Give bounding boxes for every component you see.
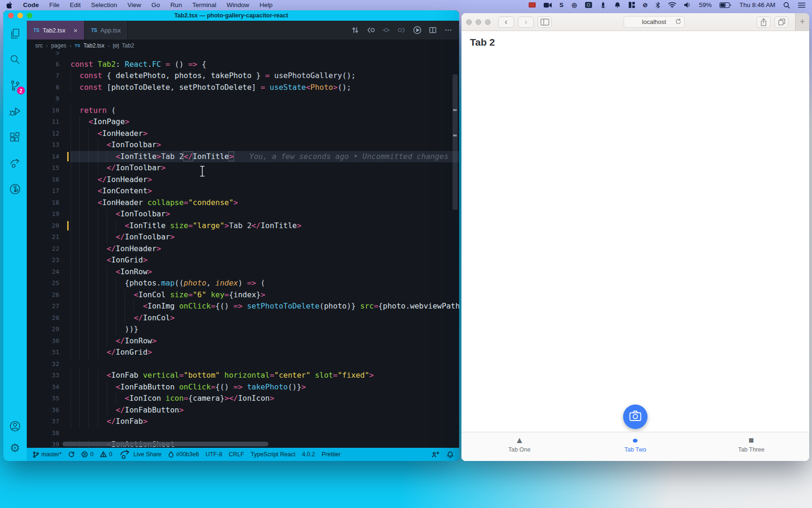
tab-tab-one[interactable]: ▲Tab One [461,432,578,461]
code-line-10[interactable]: 10return ( [27,105,459,117]
code-line-11[interactable]: 11<IonPage> [27,116,459,128]
share-button[interactable] [757,16,771,28]
close-tab-icon[interactable]: × [73,26,78,34]
code-line-15[interactable]: 15</IonToolbar> [27,162,459,174]
split-editor-icon[interactable] [429,26,437,34]
new-tab-button[interactable]: + [795,13,809,31]
breadcrumb-pages[interactable]: pages [51,42,67,49]
code-line-23[interactable]: 23<IonGrid> [27,254,459,266]
activity-account-icon[interactable] [8,420,22,433]
run-icon[interactable] [413,26,422,34]
back-button[interactable]: ‹ [498,16,514,28]
statusbar-paint[interactable]: #00b3e6 [168,451,199,458]
list-menu-icon[interactable] [798,1,805,9]
open-change-icon[interactable] [382,26,390,34]
code-line-29[interactable]: 29))} [27,324,459,335]
camera-fab-button[interactable] [623,405,648,429]
code-editor[interactable]: 56const Tab2: React.FC = () => {7const {… [27,52,459,448]
code-line-25[interactable]: 25{photos.map((photo, index) => ( [27,278,459,289]
apple-menu[interactable] [7,1,13,9]
code-line-24[interactable]: 24<IonRow> [27,266,459,278]
menu-window[interactable]: Window [226,1,249,8]
bluetooth-icon[interactable] [656,1,660,9]
sidebar-button[interactable] [538,16,552,28]
more-actions-icon[interactable] [444,26,453,34]
statusbar-typescript-react[interactable]: TypeScript React [251,451,296,458]
code-line-30[interactable]: 30</IonRow> [27,335,459,347]
statusbar-bell[interactable] [447,451,453,458]
menu-help[interactable]: Help [259,1,273,8]
statusbar-prettier[interactable]: Prettier [322,451,341,458]
tab-apptsx[interactable]: TS App.tsx [85,21,128,40]
vscode-titlebar[interactable]: Tab2.tsx — photo-gallery-capacitor-react [3,10,459,21]
menu-selection[interactable]: Selection [91,1,117,8]
zoom-window-button[interactable] [485,19,491,25]
at-circle-icon[interactable]: ◎ [571,1,577,9]
code-line-13[interactable]: 13<IonToolbar> [27,139,459,151]
code-line-31[interactable]: 31</IonGrid> [27,347,459,358]
code-line-22[interactable]: 22</IonHeader> [27,243,459,255]
code-line-38[interactable]: 38 [27,428,459,439]
code-line-8[interactable]: 8const [photoToDelete, setPhotoToDelete]… [27,82,459,94]
statusbar-crlf[interactable]: CRLF [229,451,244,458]
statusbar-error[interactable]: 0 [81,451,94,458]
code-line-7[interactable]: 7const { deletePhoto, photos, takePhoto … [27,70,459,82]
statusbar-branch[interactable]: master* [32,451,62,458]
statusbar-4-0-2[interactable]: 4.0.2 [302,451,315,458]
compare-changes-icon[interactable] [351,26,359,34]
container-icon[interactable] [585,1,592,9]
menu-go[interactable]: Go [151,1,160,8]
code-line-37[interactable]: 37</IonFab> [27,416,459,428]
activity-gitlens-icon[interactable] [8,183,22,196]
safari-toolbar[interactable]: ‹ › localhost + [461,13,809,31]
horizontal-scrollbar[interactable] [62,442,268,446]
code-line-12[interactable]: 12<IonHeader> [27,128,459,140]
statusbar-sync[interactable] [68,451,75,458]
menu-edit[interactable]: Edit [70,1,81,8]
code-line-5[interactable]: 5 [27,52,459,59]
breadcrumb-symbol[interactable]: Tab2 [122,42,134,49]
tabs-overview-button[interactable] [774,16,789,28]
menu-view[interactable]: View [127,1,141,8]
do-not-disturb-icon[interactable]: ⊘ [643,1,648,9]
code-line-16[interactable]: 16</IonHeader> [27,174,459,186]
code-line-6[interactable]: 6const Tab2: React.FC = () => { [27,59,459,71]
next-change-icon[interactable] [398,26,406,34]
code-line-14[interactable]: 14<IonTitle>Tab 2</IonTitle>You, a few s… [27,151,459,163]
menu-terminal[interactable]: Terminal [192,1,216,8]
menu-run[interactable]: Run [170,1,182,8]
statusbar-live-share[interactable]: Live Share [119,448,162,460]
previous-change-icon[interactable] [367,26,375,34]
forward-button[interactable]: › [518,16,534,28]
minimize-window-button[interactable] [476,19,481,25]
code-line-34[interactable]: 34<IonFabButton onClick={() => takePhoto… [27,381,459,393]
vertical-scrollbar[interactable] [453,74,458,210]
tab-tab2tsx[interactable]: TS Tab2.tsx × [27,21,85,40]
activity-live-share-icon[interactable] [8,157,22,170]
tab-tab-two[interactable]: ●Tab Two [578,432,694,461]
code-line-27[interactable]: 27<IonImg onClick={() => setPhotoToDelet… [27,301,459,312]
code-line-36[interactable]: 36</IonFabButton> [27,405,459,416]
rocket-icon[interactable] [600,1,606,9]
wifi-icon[interactable] [668,1,676,9]
spotlight-search-icon[interactable] [783,1,790,9]
activity-run-debug-icon[interactable] [8,105,22,118]
activity-settings-icon[interactable]: ⚙ [8,441,22,454]
tab-tab-three[interactable]: ■Tab Three [693,432,809,461]
code-line-35[interactable]: 35<IonIcon icon={camera}></IonIcon> [27,393,459,405]
notifications-bell-icon[interactable] [614,1,621,9]
activity-search-icon[interactable] [8,53,22,66]
statusbar-utf-8[interactable]: UTF-8 [205,451,222,458]
shortcuts-icon[interactable]: S [560,1,564,9]
menu-app-code[interactable]: Code [23,1,39,8]
menu-file[interactable]: File [49,1,60,8]
code-line-17[interactable]: 17<IonContent> [27,185,459,197]
statusbar-feedback[interactable] [432,451,439,458]
breadcrumb-file[interactable]: Tab2.tsx [84,42,105,49]
address-bar[interactable]: localhost [624,16,685,28]
menubar-clock[interactable]: Thu 8:46 AM [739,1,775,8]
code-line-32[interactable]: 32 [27,358,459,370]
close-window-button[interactable] [466,19,472,25]
video-camera-icon[interactable] [544,1,552,9]
activity-explorer-icon[interactable] [8,27,22,40]
